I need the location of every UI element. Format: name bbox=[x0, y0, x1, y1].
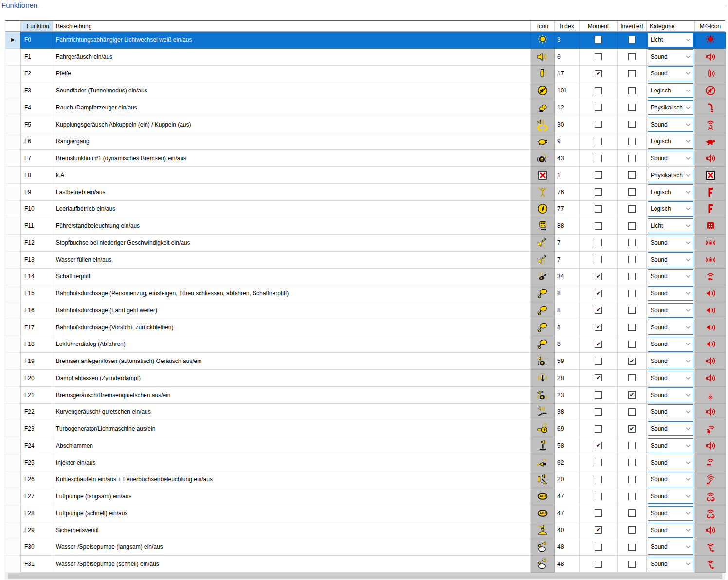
index-cell[interactable]: 7 bbox=[555, 235, 580, 252]
moment-checkbox[interactable] bbox=[595, 87, 602, 94]
beschreibung-cell[interactable]: Kupplungsgeräusch Abkuppeln (ein) / Kupp… bbox=[53, 116, 531, 133]
kategorie-dropdown[interactable]: Sound bbox=[648, 252, 693, 267]
beschreibung-cell[interactable]: Stopfbuchse bei niederiger Geschwindigke… bbox=[53, 235, 531, 252]
moment-checkbox[interactable] bbox=[595, 307, 602, 314]
moment-checkbox[interactable] bbox=[595, 256, 602, 263]
icon-cell[interactable] bbox=[531, 302, 555, 319]
moment-checkbox[interactable] bbox=[595, 239, 602, 246]
index-cell[interactable]: 6 bbox=[555, 49, 580, 66]
funktion-cell[interactable]: F17 bbox=[21, 319, 53, 336]
beschreibung-cell[interactable]: Wasser füllen ein/aus bbox=[53, 252, 531, 269]
m4-icon-cell[interactable] bbox=[695, 167, 726, 184]
icon-cell[interactable] bbox=[531, 201, 555, 218]
m4-icon-cell[interactable] bbox=[695, 49, 726, 66]
table-row[interactable]: F28 Luftpumpe (schnell) ein/aus AIR 47 S… bbox=[5, 505, 725, 522]
index-cell[interactable]: 88 bbox=[555, 218, 580, 235]
m4-icon-cell[interactable] bbox=[695, 82, 726, 99]
invertiert-checkbox[interactable] bbox=[628, 188, 636, 196]
kategorie-dropdown[interactable]: Sound bbox=[648, 540, 693, 555]
index-cell[interactable]: 20 bbox=[555, 471, 580, 489]
icon-cell[interactable] bbox=[531, 471, 555, 489]
index-cell[interactable]: 17 bbox=[555, 66, 580, 83]
column-header-icon[interactable]: Icon bbox=[531, 21, 555, 31]
icon-cell[interactable] bbox=[531, 32, 555, 49]
row-selector[interactable] bbox=[5, 133, 21, 150]
moment-checkbox[interactable] bbox=[595, 544, 602, 551]
invertiert-checkbox[interactable] bbox=[628, 544, 636, 551]
row-selector[interactable] bbox=[5, 471, 21, 489]
icon-cell[interactable] bbox=[531, 99, 555, 116]
table-row[interactable]: F23 Turbogenerator/Lichtmaschine aus/ein… bbox=[5, 420, 725, 437]
index-cell[interactable]: 77 bbox=[555, 201, 580, 218]
table-row[interactable]: F5 Kupplungsgeräusch Abkuppeln (ein) / K… bbox=[5, 116, 725, 133]
moment-checkbox[interactable] bbox=[595, 391, 602, 399]
row-selector[interactable] bbox=[5, 269, 21, 286]
beschreibung-cell[interactable]: Lokführerdialog (Abfahren) bbox=[53, 336, 531, 353]
icon-cell[interactable] bbox=[531, 116, 555, 133]
table-row[interactable]: F16 Bahnhofsdurchsage (Fahrt geht weiter… bbox=[5, 302, 725, 319]
invertiert-checkbox[interactable] bbox=[628, 307, 636, 314]
column-header-m4-icon[interactable]: M4-Icon bbox=[695, 21, 726, 31]
m4-icon-cell[interactable] bbox=[695, 353, 726, 370]
column-header-kategorie[interactable]: Kategorie bbox=[647, 21, 695, 31]
index-cell[interactable]: 8 bbox=[555, 302, 580, 319]
icon-cell[interactable] bbox=[531, 539, 555, 556]
kategorie-dropdown[interactable]: Sound bbox=[648, 387, 693, 402]
moment-checkbox[interactable] bbox=[595, 408, 602, 416]
kategorie-dropdown[interactable]: Sound bbox=[648, 66, 693, 81]
moment-checkbox[interactable] bbox=[595, 442, 602, 449]
icon-cell[interactable] bbox=[531, 522, 555, 539]
moment-checkbox[interactable] bbox=[595, 104, 602, 111]
m4-icon-cell[interactable] bbox=[695, 218, 726, 235]
invertiert-checkbox[interactable] bbox=[628, 358, 636, 365]
icon-cell[interactable] bbox=[531, 49, 555, 66]
m4-icon-cell[interactable] bbox=[695, 488, 726, 505]
icon-cell[interactable] bbox=[531, 66, 555, 83]
beschreibung-cell[interactable]: Bahnhofsdurchsage (Personenzug, einsteig… bbox=[53, 285, 531, 302]
icon-cell[interactable] bbox=[531, 133, 555, 150]
funktion-cell[interactable]: F15 bbox=[21, 285, 53, 302]
moment-checkbox[interactable] bbox=[595, 188, 602, 196]
moment-checkbox[interactable] bbox=[595, 425, 602, 433]
row-selector[interactable] bbox=[5, 488, 21, 505]
table-row[interactable]: F29 Sicherheitsventil 40 Sound bbox=[5, 522, 725, 539]
table-row[interactable]: F7 Bremsfunktion #1 (dynamisches Bremsen… bbox=[5, 150, 725, 167]
m4-icon-cell[interactable] bbox=[695, 556, 726, 573]
table-row[interactable]: F3 Soundfader (Tunnelmodus) ein/aus 101 … bbox=[5, 82, 725, 99]
icon-cell[interactable] bbox=[531, 454, 555, 471]
table-row[interactable]: F20 Dampf ablassen (Zylinderdampf) 28 So… bbox=[5, 370, 725, 387]
beschreibung-cell[interactable]: k.A. bbox=[53, 167, 531, 184]
moment-checkbox[interactable] bbox=[595, 53, 602, 60]
beschreibung-cell[interactable]: Abschlammen bbox=[53, 437, 531, 454]
funktion-cell[interactable]: F3 bbox=[21, 82, 53, 99]
funktion-cell[interactable]: F10 bbox=[21, 201, 53, 218]
invertiert-checkbox[interactable] bbox=[628, 561, 636, 568]
icon-cell[interactable] bbox=[531, 319, 555, 336]
kategorie-dropdown[interactable]: Licht bbox=[648, 33, 693, 48]
kategorie-dropdown[interactable]: Sound bbox=[648, 320, 693, 335]
table-row[interactable]: F18 Lokführerdialog (Abfahren) 8 Sound bbox=[5, 336, 725, 353]
funktion-cell[interactable]: F29 bbox=[21, 522, 53, 539]
invertiert-checkbox[interactable] bbox=[628, 104, 636, 111]
icon-cell[interactable] bbox=[531, 404, 555, 421]
m4-icon-cell[interactable] bbox=[695, 66, 726, 83]
table-row[interactable]: F2 Pfeife 17 Sound bbox=[5, 66, 725, 83]
index-cell[interactable]: 47 bbox=[555, 505, 580, 522]
funktion-cell[interactable]: F6 bbox=[21, 133, 53, 150]
m4-icon-cell[interactable] bbox=[695, 370, 726, 387]
row-selector[interactable] bbox=[5, 201, 21, 218]
horizontal-scrollbar[interactable] bbox=[5, 573, 725, 580]
index-cell[interactable]: 48 bbox=[555, 539, 580, 556]
row-selector[interactable] bbox=[5, 336, 21, 353]
moment-checkbox[interactable] bbox=[595, 290, 602, 297]
icon-cell[interactable] bbox=[531, 285, 555, 302]
invertiert-checkbox[interactable] bbox=[628, 273, 636, 280]
funktion-cell[interactable]: F23 bbox=[21, 420, 53, 437]
row-selector[interactable] bbox=[5, 285, 21, 302]
funktion-cell[interactable]: F2 bbox=[21, 66, 53, 83]
row-selector[interactable] bbox=[5, 420, 21, 437]
beschreibung-cell[interactable]: Bremsfunktion #1 (dynamisches Bremsen) e… bbox=[53, 150, 531, 167]
invertiert-checkbox[interactable] bbox=[628, 171, 636, 179]
index-cell[interactable]: 12 bbox=[555, 99, 580, 116]
scrollbar-thumb[interactable] bbox=[8, 573, 722, 579]
